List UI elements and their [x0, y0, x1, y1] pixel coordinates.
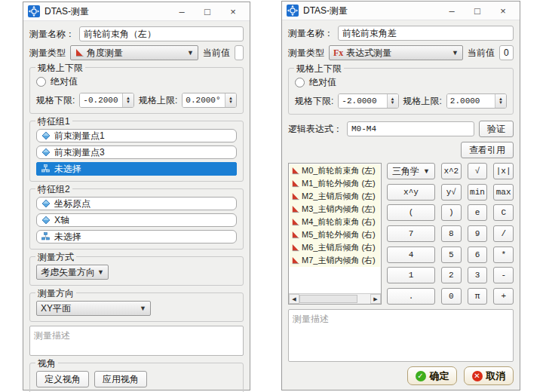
angle-measure-icon	[291, 243, 299, 252]
description-textarea[interactable]	[288, 309, 514, 362]
calc-button-1[interactable]: 1	[387, 267, 435, 283]
calc-button-sqrt[interactable]: √	[468, 163, 488, 179]
feature-item[interactable]: 未选择	[36, 230, 237, 243]
list-item-label: M6_主销后倾角 (右)	[302, 242, 376, 253]
calc-button-close-paren[interactable]: )	[441, 204, 462, 221]
calc-button-5[interactable]: 5	[441, 247, 462, 263]
right-titlebar[interactable]: DTAS-测量 – □ ×	[282, 2, 520, 20]
calc-button-0[interactable]: 0	[441, 288, 462, 305]
trig-functions-dropdown[interactable]: 三角学▼	[387, 163, 435, 179]
close-button[interactable]: ×	[222, 6, 244, 17]
calc-button-root[interactable]: y√	[441, 184, 462, 201]
angle-measure-icon	[291, 167, 299, 175]
list-item-label: M5_前轮外倾角 (右)	[302, 229, 376, 240]
list-item[interactable]: M3_主销内倾角 (左)	[290, 203, 380, 216]
view-group: 视角 定义视角 应用视角	[29, 363, 244, 392]
upper-limit-spinner[interactable]: ▲▼	[182, 93, 237, 108]
list-item[interactable]: M4_前轮前束角 (右)	[290, 216, 380, 228]
description-textarea[interactable]	[29, 326, 244, 356]
name-input[interactable]	[338, 26, 514, 41]
current-value-input[interactable]	[499, 45, 514, 60]
feature-item[interactable]: 前束测量点3	[36, 145, 237, 159]
lower-limit-spinner[interactable]: ▲▼	[338, 93, 398, 109]
cancel-button[interactable]: ✕ 取消	[464, 366, 514, 385]
measure-method-combobox[interactable]: 考虑矢量方向 ▼	[36, 265, 109, 280]
calc-button-e[interactable]: e	[468, 204, 488, 221]
ok-check-icon: ✓	[416, 371, 426, 381]
list-item[interactable]: M2_主销后倾角 (左)	[290, 190, 380, 203]
scrollbar-thumb[interactable]	[299, 295, 357, 303]
list-item[interactable]: M6_主销后倾角 (右)	[290, 241, 380, 254]
calc-button-6[interactable]: 6	[468, 247, 488, 263]
upper-limit-input[interactable]	[447, 94, 495, 108]
calc-button-subtract[interactable]: -	[493, 267, 514, 283]
feature-item[interactable]: 坐标原点	[36, 197, 237, 210]
calc-button-7[interactable]: 7	[387, 225, 435, 242]
ok-button[interactable]: ✓ 确定	[407, 366, 457, 385]
measure-type-value: 表达式测量	[346, 47, 449, 60]
calc-button-decimal[interactable]: .	[387, 288, 435, 305]
view-references-button[interactable]: 查看引用	[461, 142, 514, 158]
calc-button-min[interactable]: min	[468, 184, 488, 201]
app-icon	[28, 5, 40, 17]
apply-view-button[interactable]: 应用视角	[94, 371, 147, 387]
calc-button-9[interactable]: 9	[468, 225, 488, 242]
calc-button-3[interactable]: 3	[468, 267, 488, 283]
chevron-down-icon: ▼	[140, 305, 146, 312]
minimize-button[interactable]: –	[171, 6, 192, 17]
minimize-button[interactable]: –	[441, 5, 462, 17]
lower-limit-input[interactable]	[80, 93, 122, 107]
current-value-input[interactable]	[235, 45, 244, 60]
calc-button-abs[interactable]: |x|	[493, 163, 514, 179]
maximize-button[interactable]: □	[197, 6, 218, 17]
feature-item[interactable]: X轴	[36, 213, 237, 227]
feature-group-2: 特征组2 坐标原点 X轴 未选择	[29, 188, 244, 250]
spinner-arrows-icon[interactable]: ▲▼	[225, 93, 236, 107]
lower-limit-spinner[interactable]: ▲▼	[79, 93, 134, 108]
calc-button-clear[interactable]: C	[493, 204, 514, 221]
calc-button-max[interactable]: max	[493, 184, 514, 201]
calc-button-pow[interactable]: x^y	[387, 184, 435, 201]
calc-button-divide[interactable]: /	[493, 225, 514, 242]
list-item[interactable]: M5_前轮外倾角 (右)	[290, 228, 380, 241]
calc-button-multiply[interactable]: *	[493, 247, 514, 263]
right-measurement-dialog: DTAS-测量 – □ × 测量名称： 测量类型 Fx 表达式测量 ▼ 当前值	[281, 1, 520, 390]
calc-button-4[interactable]: 4	[387, 247, 435, 263]
absolute-value-radio[interactable]	[36, 77, 46, 87]
list-item[interactable]: M7_主销内倾角 (右)	[290, 254, 380, 267]
spinner-arrows-icon[interactable]: ▲▼	[387, 94, 398, 108]
validate-button[interactable]: 验证	[479, 121, 514, 137]
feature-item-selected[interactable]: 未选择	[36, 162, 237, 176]
horizontal-scrollbar[interactable]: ◀ ▶	[289, 293, 381, 304]
expression-calculator: 三角学▼ x^2 √ |x| x^y y√ min max ( ) e	[387, 163, 514, 305]
calc-button-open-paren[interactable]: (	[387, 204, 435, 221]
calc-button-pi[interactable]: π	[468, 288, 488, 305]
name-input[interactable]	[79, 26, 244, 41]
close-button[interactable]: ×	[492, 5, 514, 17]
absolute-value-label: 绝对值	[51, 75, 78, 88]
maximize-button[interactable]: □	[467, 5, 488, 17]
measure-list[interactable]: M0_前轮前束角 (左) M1_前轮外倾角 (左) M2_主销后倾角 (左) M…	[288, 163, 382, 305]
list-item[interactable]: M0_前轮前束角 (左)	[290, 164, 380, 177]
feature-item[interactable]: 前束测量点1	[36, 129, 237, 142]
expression-input[interactable]	[347, 121, 474, 136]
upper-limit-spinner[interactable]: ▲▼	[446, 93, 507, 109]
calc-button-8[interactable]: 8	[441, 225, 462, 242]
cancel-button-label: 取消	[486, 369, 506, 383]
left-titlebar[interactable]: DTAS-测量 – □ ×	[23, 2, 250, 21]
measure-direction-combobox[interactable]: XY平面 ▼	[36, 301, 151, 316]
spinner-arrows-icon[interactable]: ▲▼	[495, 94, 506, 108]
measure-type-combobox[interactable]: 角度测量 ▼	[70, 45, 198, 60]
list-item[interactable]: M1_前轮外倾角 (左)	[290, 177, 380, 190]
upper-limit-input[interactable]	[183, 93, 225, 107]
calc-button-square[interactable]: x^2	[441, 163, 462, 179]
calc-button-2[interactable]: 2	[441, 267, 462, 283]
calc-button-add[interactable]: +	[493, 288, 514, 305]
define-view-button[interactable]: 定义视角	[36, 371, 89, 387]
lower-limit-input[interactable]	[339, 94, 386, 108]
absolute-value-radio[interactable]	[295, 78, 305, 87]
spinner-arrows-icon[interactable]: ▲▼	[122, 93, 133, 107]
measure-type-combobox[interactable]: Fx 表达式测量 ▼	[329, 45, 463, 60]
scroll-left-icon[interactable]: ◀	[289, 294, 299, 304]
scroll-right-icon[interactable]: ▶	[370, 294, 381, 304]
